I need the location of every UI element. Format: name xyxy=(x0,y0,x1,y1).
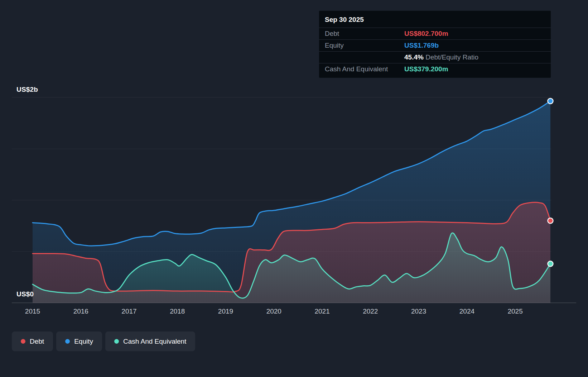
tooltip-row-equity: Equity US$1.769b xyxy=(319,39,551,51)
x-axis-label: 2024 xyxy=(459,307,474,315)
x-axis-label: 2016 xyxy=(73,307,88,315)
debt-equity-history-page: US$2b US$0 20152016201720182019202020212… xyxy=(0,0,588,377)
debt-end-marker xyxy=(548,218,553,223)
x-axis-label: 2017 xyxy=(121,307,136,315)
tooltip-equity-label: Equity xyxy=(325,42,404,49)
x-axis-label: 2019 xyxy=(218,307,233,315)
legend-item-cash[interactable]: Cash And Equivalent xyxy=(105,331,195,351)
x-axis-label: 2015 xyxy=(25,307,40,315)
legend: Debt Equity Cash And Equivalent xyxy=(12,331,195,351)
tooltip-debt-label: Debt xyxy=(325,30,404,38)
tooltip-debt-value: US$802.700m xyxy=(404,30,545,38)
legend-item-debt[interactable]: Debt xyxy=(12,331,53,351)
x-axis-label: 2022 xyxy=(363,307,378,315)
tooltip-ratio-value: 45.4% xyxy=(404,53,424,61)
tooltip-cash-value: US$379.200m xyxy=(404,65,545,73)
cash-and-equivalent-end-marker xyxy=(548,261,553,267)
cash-legend-dot xyxy=(114,339,119,344)
tooltip-row-ratio: 45.4% Debt/Equity Ratio xyxy=(319,51,551,63)
x-axis: 2015201620172018201920202021202220232024… xyxy=(0,307,588,318)
x-axis-label: 2020 xyxy=(266,307,281,315)
x-axis-label: 2025 xyxy=(507,307,522,315)
cash-legend-label: Cash And Equivalent xyxy=(123,338,186,345)
tooltip-cash-label: Cash And Equivalent xyxy=(325,65,404,73)
x-axis-label: 2021 xyxy=(314,307,329,315)
y-axis-label-zero: US$0 xyxy=(16,290,34,298)
equity-legend-dot xyxy=(65,339,70,344)
y-axis-label-top: US$2b xyxy=(16,86,38,94)
chart-tooltip: Sep 30 2025 Debt US$802.700m Equity US$1… xyxy=(319,11,551,78)
tooltip-equity-value: US$1.769b xyxy=(404,42,545,49)
tooltip-row-cash: Cash And Equivalent US$379.200m xyxy=(319,63,551,75)
x-axis-label: 2023 xyxy=(411,307,426,315)
x-axis-label: 2018 xyxy=(170,307,185,315)
tooltip-date: Sep 30 2025 xyxy=(319,11,551,28)
tooltip-row-debt: Debt US$802.700m xyxy=(319,28,551,39)
equity-end-marker xyxy=(548,99,553,104)
debt-legend-dot xyxy=(21,339,25,344)
legend-item-equity[interactable]: Equity xyxy=(56,331,102,351)
tooltip-ratio-label: Debt/Equity Ratio xyxy=(425,53,478,61)
debt-legend-label: Debt xyxy=(30,338,44,345)
equity-legend-label: Equity xyxy=(74,338,93,345)
